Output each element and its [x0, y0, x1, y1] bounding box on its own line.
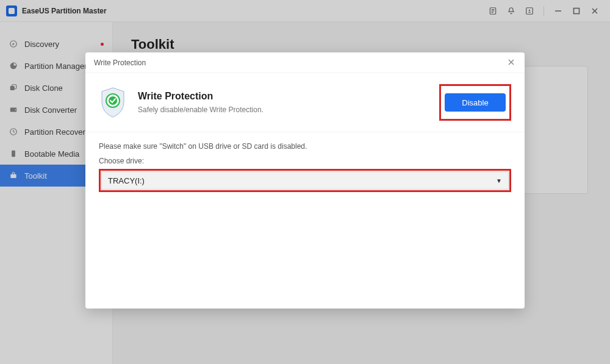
- write-protection-modal: Write Protection Write Protection Safely…: [85, 52, 525, 309]
- switch-note: Please make sure "Switch" on USB drive o…: [99, 142, 511, 151]
- modal-body: Please make sure "Switch" on USB drive o…: [85, 132, 525, 202]
- modal-header: Write Protection: [85, 52, 525, 73]
- disable-highlight: Disable: [439, 84, 511, 121]
- drive-select-value: TRACY(I:): [108, 176, 145, 185]
- hero-subtitle: Safely disable/enable Write Protection.: [138, 105, 264, 114]
- close-icon[interactable]: [508, 59, 516, 67]
- choose-drive-label: Choose drive:: [99, 157, 511, 165]
- shield-icon: [99, 87, 127, 118]
- hero-text: Write Protection Safely disable/enable W…: [138, 91, 264, 114]
- disable-button[interactable]: Disable: [445, 93, 506, 112]
- modal-hero: Write Protection Safely disable/enable W…: [85, 73, 525, 132]
- modal-title: Write Protection: [94, 59, 146, 67]
- hero-title: Write Protection: [138, 91, 264, 102]
- drive-select-highlight: TRACY(I:) ▼: [99, 169, 511, 192]
- drive-select[interactable]: TRACY(I:) ▼: [101, 171, 509, 190]
- chevron-down-icon: ▼: [496, 177, 502, 184]
